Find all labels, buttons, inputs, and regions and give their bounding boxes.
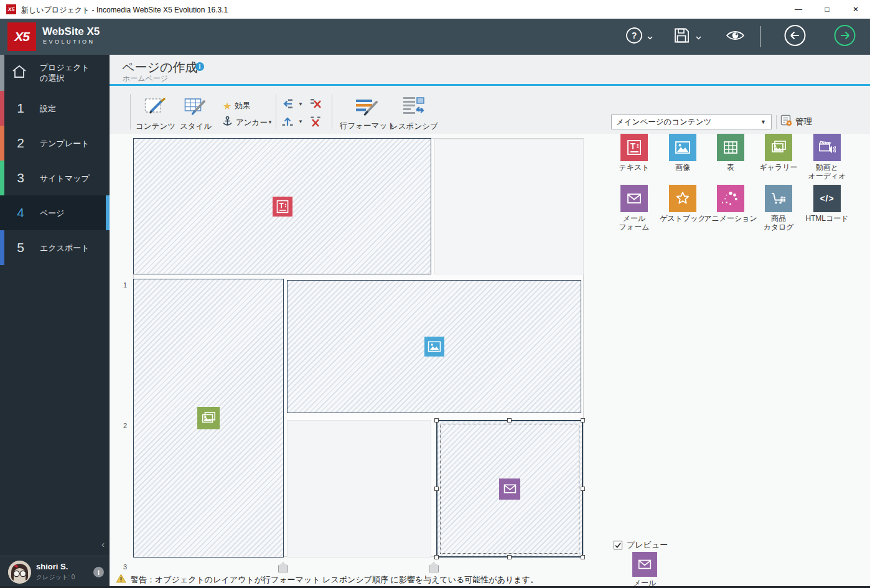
- responsive-button[interactable]: レスポンシブ: [390, 96, 438, 132]
- table-icon: [717, 134, 744, 161]
- main-area: ページの作成 i ホームページ コンテンツ スタイル ★ 効果: [110, 55, 870, 588]
- help-icon[interactable]: ?: [625, 27, 643, 47]
- row-format-button[interactable]: 行フォーマット: [340, 97, 395, 131]
- contents-button[interactable]: コンテンツ: [136, 97, 175, 132]
- preview-object: メールフォーム: [616, 552, 673, 588]
- move-up-icon[interactable]: [281, 115, 294, 128]
- text-object-cell[interactable]: [133, 138, 431, 274]
- style-button[interactable]: スタイル: [180, 97, 212, 132]
- sidebar-item-template[interactable]: 2 テンプレート: [0, 126, 110, 161]
- row-label-1: 1: [123, 281, 127, 289]
- image-object-cell[interactable]: [287, 280, 581, 413]
- resize-handle[interactable]: [581, 487, 585, 491]
- delete-cell-icon[interactable]: [309, 115, 322, 128]
- close-button[interactable]: ✕: [841, 0, 870, 19]
- sidebar-item-label: 設定: [40, 103, 56, 114]
- resize-handle[interactable]: [581, 555, 585, 559]
- preview-label: プレビュー: [627, 539, 668, 551]
- column-width-slider[interactable]: [278, 562, 288, 572]
- forward-button[interactable]: [833, 24, 856, 50]
- page-info-icon[interactable]: i: [195, 62, 204, 71]
- move-up-dropdown-icon[interactable]: ▼: [298, 119, 303, 124]
- resize-handle[interactable]: [507, 418, 512, 422]
- sidebar-item-label: ページ: [40, 208, 65, 218]
- sidebar-item-label: プロジェクト の選択: [40, 62, 90, 83]
- header-divider: [760, 26, 760, 47]
- image-object-icon: [424, 337, 444, 357]
- resize-handle[interactable]: [434, 555, 439, 559]
- user-credits: クレジット: 0: [36, 573, 75, 582]
- maximize-button[interactable]: □: [813, 0, 841, 19]
- style-icon: [184, 97, 208, 119]
- text-icon: [620, 134, 648, 161]
- page-layout-canvas: 1 2 3: [110, 134, 870, 588]
- delete-row-icon[interactable]: [309, 97, 322, 110]
- brand-logo-icon: X5: [7, 22, 36, 51]
- back-button[interactable]: [783, 24, 807, 50]
- star-icon: [669, 185, 696, 212]
- star-icon: ★: [223, 100, 232, 112]
- help-dropdown-icon[interactable]: [647, 31, 653, 42]
- warning-icon: [116, 574, 126, 586]
- anchor-dropdown-icon[interactable]: ▼: [268, 119, 273, 125]
- save-icon[interactable]: [673, 27, 690, 47]
- object-tile-html-code[interactable]: </> HTMLコード: [798, 185, 856, 223]
- preview-eye-icon[interactable]: [726, 29, 745, 45]
- resize-handle[interactable]: [434, 487, 439, 491]
- step-color-strip: [0, 230, 4, 265]
- image-icon: [669, 134, 696, 161]
- brand-edition: EVOLUTION: [43, 39, 95, 45]
- anchor-icon: [222, 116, 233, 130]
- window-titlebar: X5 新しいプロジェクト - Incomedia WebSite X5 Evol…: [0, 0, 870, 19]
- sidebar-collapse-icon[interactable]: ‹: [101, 539, 105, 549]
- user-info-icon[interactable]: i: [93, 567, 104, 577]
- anchor-button[interactable]: アンカー: [222, 116, 268, 130]
- mail-icon: [632, 552, 657, 577]
- insert-row-dropdown-icon[interactable]: ▼: [298, 101, 303, 107]
- empty-cell[interactable]: [287, 420, 431, 558]
- gallery-object-icon: [197, 407, 220, 429]
- gallery-object-cell[interactable]: [133, 279, 284, 558]
- sidebar-item-export[interactable]: 5 エクスポート: [0, 230, 110, 265]
- page-subtitle: ホームページ: [123, 73, 168, 84]
- resize-handle[interactable]: [507, 555, 512, 559]
- preview-checkbox[interactable]: プレビュー: [614, 539, 668, 551]
- video-audio-icon: [813, 134, 841, 161]
- panel-divider: [776, 115, 777, 129]
- row-label-3: 3: [123, 563, 127, 571]
- dropdown-value: メインページのコンテンツ: [616, 117, 760, 128]
- sidebar-item-sitemap[interactable]: 3 サイトマップ: [0, 161, 110, 195]
- manage-button[interactable]: 管理: [780, 114, 812, 129]
- object-tile-video-audio[interactable]: 動画とオーディオ: [798, 134, 856, 180]
- step-number: 3: [12, 170, 29, 185]
- sidebar-item-settings[interactable]: 1 設定: [0, 91, 110, 126]
- step-color-strip: [0, 91, 4, 126]
- insert-row-icon[interactable]: [281, 98, 294, 110]
- step-number: 4: [12, 205, 29, 220]
- effects-button[interactable]: ★ 効果: [223, 100, 250, 112]
- column-width-slider[interactable]: [429, 562, 439, 572]
- code-icon: </>: [813, 185, 841, 212]
- minimize-button[interactable]: —: [784, 0, 813, 19]
- application-window: X5 新しいプロジェクト - Incomedia WebSite X5 Evol…: [0, 0, 870, 588]
- avatar[interactable]: [8, 561, 31, 584]
- row-label-2: 2: [123, 422, 127, 429]
- empty-cell[interactable]: [434, 139, 584, 274]
- resize-handle[interactable]: [434, 418, 439, 422]
- brand-name: WebSite X5: [42, 26, 100, 38]
- sidebar-item-pages[interactable]: 4 ページ: [0, 195, 110, 230]
- app-header: X5 WebSite X5 EVOLUTION ?: [0, 19, 870, 55]
- sidebar: プロジェクト の選択 1 設定 2 テンプレート 3 サイトマップ 4 ページ: [0, 55, 110, 588]
- save-dropdown-icon[interactable]: [696, 31, 701, 42]
- mail-form-object-cell-selected[interactable]: [436, 420, 583, 558]
- page-header: ページの作成 i ホームページ: [110, 55, 870, 84]
- resize-handle[interactable]: [581, 418, 585, 422]
- sidebar-item-project-selection[interactable]: プロジェクト の選択: [0, 55, 110, 91]
- content-scope-dropdown[interactable]: メインページのコンテンツ ▼: [611, 114, 772, 129]
- user-panel: shiori S. クレジット: 0 i: [0, 556, 110, 588]
- mail-form-object-icon: [499, 478, 520, 500]
- checkbox-checked-icon[interactable]: [614, 541, 622, 549]
- step-number: 5: [12, 240, 29, 255]
- spinner-icon: [717, 185, 744, 212]
- step-color-strip: [0, 55, 4, 91]
